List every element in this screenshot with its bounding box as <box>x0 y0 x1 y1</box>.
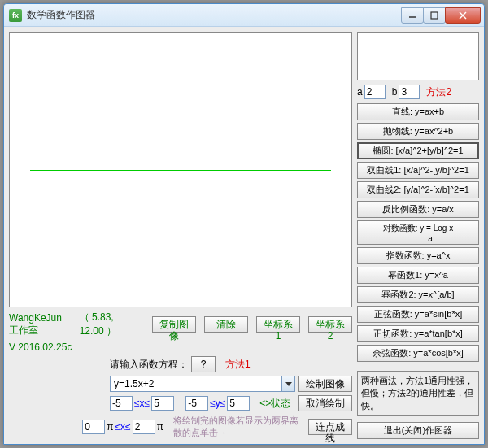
x-range: ≤x≤ <box>110 396 174 411</box>
x-lo-input[interactable] <box>110 396 133 411</box>
pi-range-row: π ≤x≤ π 将绘制完的图像若显示为两界离散的点单击→ 连点成线 <box>9 415 352 439</box>
a-label: a <box>357 86 363 98</box>
help-button[interactable]: ? <box>191 356 216 372</box>
x-hi-input[interactable] <box>151 396 174 411</box>
range-row: ≤x≤ ≤y≤ <>状态 取消绘制 <box>9 395 352 411</box>
pi-hi-input[interactable] <box>133 420 155 434</box>
version-label: V 2016.02.25c <box>9 341 72 353</box>
note-box: 两种画法，方法1通用性强，但慢；方法2的通用性差，但快。 <box>357 371 479 416</box>
clear-button[interactable]: 清除 <box>204 316 248 333</box>
pi-label-2: π <box>157 421 163 433</box>
axis2-button[interactable]: 坐标系2 <box>308 316 352 333</box>
maximize-button[interactable] <box>423 7 446 24</box>
func-sin[interactable]: 正弦函数: y=a*sin[b*x] <box>357 306 479 323</box>
x-axis <box>30 170 331 171</box>
a-input[interactable] <box>364 85 386 99</box>
connect-button[interactable]: 连点成线 <box>308 419 352 435</box>
titlebar[interactable]: fx 数学函数作图器 <box>4 4 484 27</box>
pi-range: π ≤x≤ π <box>82 420 163 434</box>
plot-canvas[interactable] <box>9 32 352 307</box>
func-power1[interactable]: 幂函数1: y=x^a <box>357 267 479 284</box>
func-inverse[interactable]: 反比例函数: y=a/x <box>357 201 479 218</box>
y-hi-input[interactable] <box>227 396 250 411</box>
info-row: WangKeJun工作室 （ 5.83, 12.00 ） 复制图像 清除 坐标系… <box>9 311 352 338</box>
b-label: b <box>392 86 398 98</box>
equation-row: 请输入函数方程： ? 方法1 <box>9 356 352 372</box>
hint-text: 将绘制完的图像若显示为两界离散的点单击→ <box>173 415 302 439</box>
func-power2[interactable]: 幂函数2: y=x^[a/b] <box>357 286 479 303</box>
axis1-button[interactable]: 坐标系1 <box>256 316 300 333</box>
window-buttons <box>402 7 481 24</box>
version-row: V 2016.02.25c <box>9 341 352 353</box>
ab-row: a b 方法2 <box>357 85 479 99</box>
app-window: fx 数学函数作图器 WangKeJun工作室 （ 5.83, 12.00 ） … <box>3 3 485 445</box>
equation-label: 请输入函数方程： <box>110 358 188 372</box>
equation-input-row: 绘制图像 <box>9 376 352 392</box>
window-body: WangKeJun工作室 （ 5.83, 12.00 ） 复制图像 清除 坐标系… <box>4 27 484 444</box>
equation-input[interactable] <box>111 376 281 391</box>
func-tan[interactable]: 正切函数: y=a*tan[b*x] <box>357 325 479 342</box>
pi-label-1: π <box>107 421 113 433</box>
studio-label: WangKeJun工作室 <box>9 312 72 337</box>
left-panel: WangKeJun工作室 （ 5.83, 12.00 ） 复制图像 清除 坐标系… <box>9 32 352 439</box>
pi-lo-input[interactable] <box>82 420 105 434</box>
func-hyperbola2[interactable]: 双曲线2: [y/a]^2-[x/b]^2=1 <box>357 181 479 198</box>
y-range: ≤y≤ <box>185 396 250 411</box>
exit-button[interactable]: 退出(关闭)作图器 <box>357 422 479 439</box>
minimize-button[interactable] <box>401 7 424 24</box>
close-button[interactable] <box>445 7 481 24</box>
x-op: ≤x≤ <box>134 398 150 409</box>
y-op: ≤y≤ <box>210 398 225 409</box>
window-title: 数学函数作图器 <box>27 8 402 22</box>
dropdown-icon[interactable] <box>281 376 294 391</box>
func-line[interactable]: 直线: y=ax+b <box>357 103 479 120</box>
cancel-draw-button[interactable]: 取消绘制 <box>298 395 352 411</box>
preview-box <box>357 32 479 80</box>
func-ellipse[interactable]: 椭圆: [x/a]^2+[y/b]^2=1 <box>357 142 479 159</box>
equation-combobox[interactable] <box>110 376 295 392</box>
y-lo-input[interactable] <box>185 396 208 411</box>
app-icon: fx <box>9 9 22 22</box>
svg-rect-1 <box>431 12 438 19</box>
cursor-coord: （ 5.83, 12.00 ） <box>80 311 136 338</box>
func-log[interactable]: 对数函数: y = Log x a <box>357 220 479 245</box>
draw-button[interactable]: 绘制图像 <box>298 376 352 392</box>
right-panel: a b 方法2 直线: y=ax+b 抛物线: y=ax^2+b 椭圆: [x/… <box>357 32 479 439</box>
func-exp[interactable]: 指数函数: y=a^x <box>357 247 479 264</box>
pi-op: ≤x≤ <box>115 421 131 433</box>
method2-label: 方法2 <box>426 85 451 99</box>
func-hyperbola1[interactable]: 双曲线1: [x/a]^2-[y/b]^2=1 <box>357 162 479 179</box>
func-cos[interactable]: 余弦函数: y=a*cos[b*x] <box>357 345 479 362</box>
func-parabola[interactable]: 抛物线: y=ax^2+b <box>357 123 479 140</box>
b-input[interactable] <box>399 85 420 99</box>
method1-label: 方法1 <box>225 358 251 372</box>
copy-image-button[interactable]: 复制图像 <box>152 316 196 333</box>
status-label: <>状态 <box>259 397 290 411</box>
